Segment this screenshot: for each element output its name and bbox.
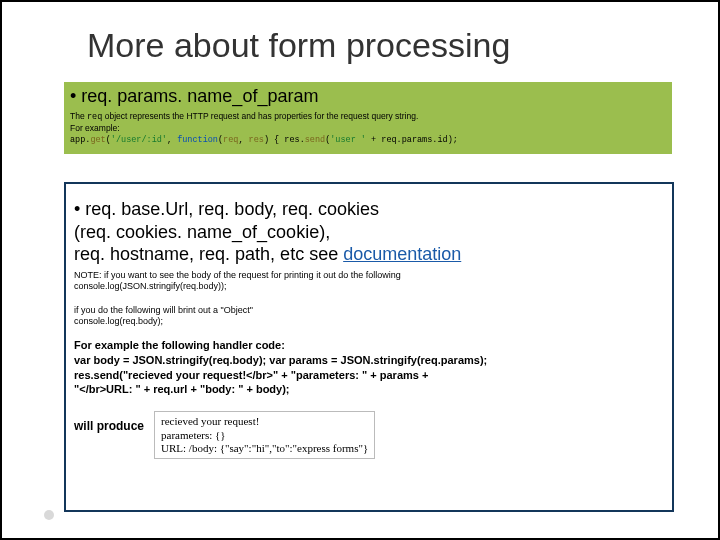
documentation-link[interactable]: documentation	[343, 244, 461, 264]
note4: console.log(req.body);	[74, 316, 163, 326]
slide: More about form processing • req. params…	[0, 0, 720, 540]
line2: (req. cookies. name_of_cookie),	[74, 222, 330, 242]
h4: "</br>URL: " + req.url + "body: " + body…	[74, 383, 290, 395]
tok: req	[223, 135, 238, 145]
tok: );	[448, 135, 458, 145]
out1: recieved your request!	[161, 415, 259, 427]
blue-box: • req. base.Url, req. body, req. cookies…	[64, 182, 674, 512]
tok: ) {	[264, 135, 284, 145]
tok: app	[70, 135, 85, 145]
output-box: recieved your request! parameters: {} UR…	[154, 411, 375, 459]
line1: • req. base.Url, req. body, req. cookies	[74, 199, 379, 219]
note1: NOTE: if you want to see the body of the…	[74, 270, 401, 280]
desc-mono: req	[87, 112, 102, 122]
note-block: NOTE: if you want to see the body of the…	[74, 270, 664, 328]
tok: ,	[238, 135, 248, 145]
tok: req	[381, 135, 396, 145]
tok: get	[90, 135, 105, 145]
tok: res	[249, 135, 264, 145]
h3: res.send("recieved your request!</br>" +…	[74, 369, 428, 381]
h1: For example the following handler code:	[74, 339, 285, 351]
slide-dot-icon	[44, 510, 54, 520]
tok: +	[366, 135, 381, 145]
out3: URL: /body: {"say":"hi","to":"express fo…	[161, 442, 368, 454]
desc-pre: The	[70, 111, 87, 121]
code-example: app.get('/user/:id', function(req, res) …	[70, 135, 666, 145]
slide-title: More about form processing	[87, 26, 510, 65]
for-example: For example:	[70, 123, 120, 133]
tok: 'user '	[330, 135, 366, 145]
tok: send	[305, 135, 325, 145]
handler-block: For example the following handler code: …	[74, 338, 664, 397]
note3: if you do the following will brint out a…	[74, 305, 253, 315]
tok: '/user/:id'	[111, 135, 167, 145]
tok: id	[437, 135, 447, 145]
tok: params	[402, 135, 433, 145]
line3-pre: req. hostname, req. path, etc see	[74, 244, 343, 264]
tok: res	[284, 135, 299, 145]
bullet-req-other: • req. base.Url, req. body, req. cookies…	[74, 198, 664, 266]
h2: var body = JSON.stringify(req.body); var…	[74, 354, 487, 366]
produce-row: will produce recieved your request! para…	[74, 411, 664, 459]
out2: parameters: {}	[161, 429, 226, 441]
green-description: The req object represents the HTTP reque…	[70, 111, 666, 133]
will-produce-label: will produce	[74, 411, 144, 433]
bullet-req-params: • req. params. name_of_param	[70, 86, 666, 107]
tok: ,	[167, 135, 177, 145]
green-box: • req. params. name_of_param The req obj…	[64, 82, 672, 154]
white-box: • req. base.Url, req. body, req. cookies…	[66, 184, 672, 510]
tok: function	[177, 135, 218, 145]
desc-post: object represents the HTTP request and h…	[102, 111, 418, 121]
note2: console.log(JSON.stringify(req.body));	[74, 281, 227, 291]
